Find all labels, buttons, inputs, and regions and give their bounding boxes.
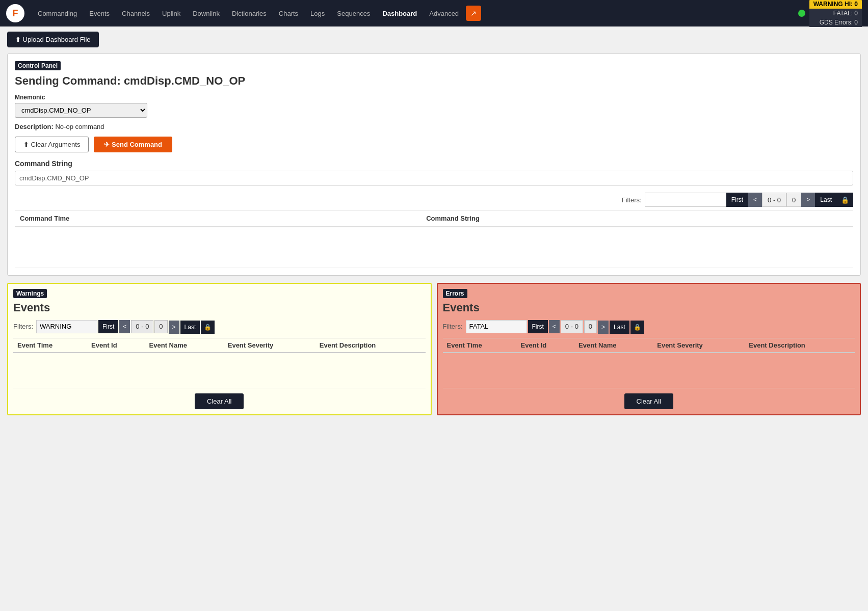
warnings-pagination: Filters: First < 0 - 0 0 > Last 🔒 (13, 320, 426, 334)
warnings-table-empty-row (13, 353, 426, 388)
warnings-badge: Warnings (13, 289, 47, 298)
nav-uplink[interactable]: Uplink (157, 7, 186, 20)
w-col-event-severity: Event Severity (224, 338, 315, 353)
warnings-first-button[interactable]: First (98, 320, 118, 333)
nav-items: Commanding Events Channels Uplink Downli… (33, 6, 798, 21)
e-col-event-time: Event Time (443, 338, 517, 353)
fatal-badge: FATAL: 0 (809, 9, 862, 18)
e-col-event-severity: Event Severity (653, 338, 745, 353)
clear-arguments-button[interactable]: ⬆ Clear Arguments (15, 137, 89, 152)
description-value: No-op command (55, 123, 104, 130)
warnings-page-range: 0 - 0 (131, 320, 153, 333)
command-string-input[interactable] (15, 171, 853, 185)
next-page-button[interactable]: > (801, 193, 815, 207)
main-content: ⬆ Upload Dashboard File Control Panel Se… (0, 26, 868, 611)
nav-events[interactable]: Events (84, 7, 115, 20)
w-col-event-description: Event Description (315, 338, 426, 353)
upload-dashboard-button[interactable]: ⬆ Upload Dashboard File (7, 32, 99, 47)
control-panel-badge: Control Panel (15, 61, 61, 70)
warnings-prev-button[interactable]: < (119, 320, 130, 333)
status-badges: WARNING HI: 0 FATAL: 0 GDS Errors: 0 (809, 0, 862, 27)
warnings-table: Event Time Event Id Event Name Event Sev… (13, 338, 426, 389)
w-col-event-id: Event Id (87, 338, 145, 353)
warnings-title: Events (13, 301, 426, 314)
nav-commanding[interactable]: Commanding (33, 7, 82, 20)
nav-dashboard[interactable]: Dashboard (377, 7, 422, 20)
connection-status-dot (798, 10, 805, 17)
warnings-panel: Warnings Events Filters: First < 0 - 0 0… (7, 283, 432, 416)
bottom-panels: Warnings Events Filters: First < 0 - 0 0… (7, 283, 861, 416)
mnemonic-select[interactable]: cmdDisp.CMD_NO_OP (15, 103, 147, 118)
warnings-table-header-row: Event Time Event Id Event Name Event Sev… (13, 338, 426, 353)
errors-badge: Errors (443, 289, 467, 298)
w-col-event-name: Event Name (145, 338, 224, 353)
warnings-filters-label: Filters: (13, 323, 33, 330)
errors-table-empty-row (443, 353, 855, 388)
warnings-lock-button[interactable]: 🔒 (201, 321, 215, 334)
warning-hi-badge: WARNING HI: 0 (809, 0, 862, 9)
e-col-event-description: Event Description (745, 338, 855, 353)
page-range: 0 - 0 (762, 193, 786, 207)
navbar: F Commanding Events Channels Uplink Down… (0, 0, 868, 26)
description-label: Description: (15, 123, 54, 130)
command-string-label: Command String (15, 160, 853, 168)
errors-next-button[interactable]: > (598, 321, 609, 334)
filters-input[interactable] (645, 193, 726, 207)
mnemonic-label: Mnemonic (15, 94, 853, 101)
nav-right: WARNING HI: 0 FATAL: 0 GDS Errors: 0 (798, 0, 862, 27)
description-row: Description: No-op command (15, 123, 853, 130)
nav-logs[interactable]: Logs (305, 7, 330, 20)
warnings-next-button[interactable]: > (169, 321, 179, 334)
nav-downlink[interactable]: Downlink (188, 7, 225, 20)
errors-lock-button[interactable]: 🔒 (630, 321, 644, 334)
command-table-header-row: Command Time Command String (15, 210, 853, 227)
errors-page-count: 0 (584, 320, 597, 333)
errors-table: Event Time Event Id Event Name Event Sev… (443, 338, 855, 389)
filters-label: Filters: (622, 196, 642, 204)
command-pagination: Filters: First < 0 - 0 0 > Last 🔒 (15, 193, 853, 207)
errors-table-header-row: Event Time Event Id Event Name Event Sev… (443, 338, 855, 353)
nav-sequences[interactable]: Sequences (332, 7, 375, 20)
panel-title: Sending Command: cmdDisp.CMD_NO_OP (15, 74, 853, 88)
errors-prev-button[interactable]: < (549, 320, 560, 333)
external-link-button[interactable]: ↗ (466, 6, 481, 21)
warnings-clear-all-button[interactable]: Clear All (195, 393, 244, 409)
send-command-button[interactable]: ✈ Send Command (94, 137, 172, 152)
warnings-last-button[interactable]: Last (180, 321, 200, 334)
col-command-string: Command String (421, 210, 853, 227)
page-count: 0 (786, 193, 801, 207)
first-page-button[interactable]: First (726, 193, 748, 207)
nav-advanced[interactable]: Advanced (424, 7, 464, 20)
prev-page-button[interactable]: < (748, 193, 762, 207)
action-buttons: ⬆ Clear Arguments ✈ Send Command (15, 137, 853, 152)
errors-pagination: Filters: First < 0 - 0 0 > Last 🔒 (443, 320, 855, 334)
errors-panel: Errors Events Filters: First < 0 - 0 0 >… (437, 283, 861, 416)
errors-page-range: 0 - 0 (561, 320, 583, 333)
e-col-event-name: Event Name (574, 338, 653, 353)
last-page-button[interactable]: Last (815, 193, 837, 207)
nav-charts[interactable]: Charts (274, 7, 303, 20)
col-command-time: Command Time (15, 210, 421, 227)
warnings-page-count: 0 (154, 320, 167, 333)
errors-filter-input[interactable] (466, 320, 527, 333)
errors-clear-all-button[interactable]: Clear All (624, 393, 673, 409)
errors-first-button[interactable]: First (528, 320, 548, 333)
app-logo[interactable]: F (6, 4, 24, 22)
command-table-empty-row (15, 227, 853, 268)
command-table: Command Time Command String (15, 210, 853, 268)
errors-last-button[interactable]: Last (610, 321, 629, 334)
warnings-filter-input[interactable] (36, 320, 97, 333)
e-col-event-id: Event Id (517, 338, 574, 353)
control-panel: Control Panel Sending Command: cmdDisp.C… (7, 54, 861, 276)
nav-dictionaries[interactable]: Dictionaries (227, 7, 272, 20)
lock-button[interactable]: 🔒 (837, 193, 853, 207)
nav-channels[interactable]: Channels (117, 7, 155, 20)
gds-errors-badge: GDS Errors: 0 (809, 18, 862, 27)
errors-title: Events (443, 301, 855, 314)
w-col-event-time: Event Time (13, 338, 87, 353)
errors-filters-label: Filters: (443, 323, 463, 330)
